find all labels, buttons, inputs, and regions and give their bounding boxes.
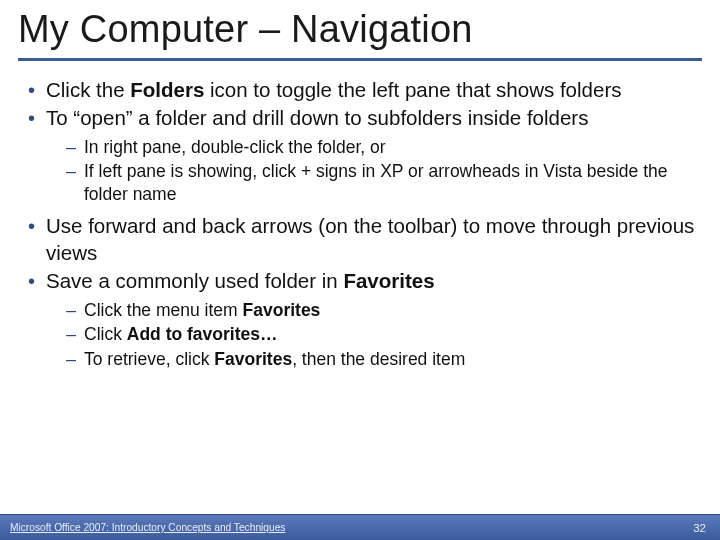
sub-bullet-item: Click the menu item Favorites xyxy=(60,299,698,321)
slide: My Computer – Navigation Click the Folde… xyxy=(0,0,720,540)
bullet-text: Click the xyxy=(46,78,130,101)
sub-bullet-text: To retrieve, click xyxy=(84,349,214,369)
sub-bullet-list: Click the menu item Favorites Click Add … xyxy=(60,299,698,370)
page-number: 32 xyxy=(693,522,706,534)
sub-bullet-text: If left pane is showing, click + signs i… xyxy=(84,161,668,203)
bullet-item: Click the Folders icon to toggle the lef… xyxy=(22,77,698,104)
slide-title: My Computer – Navigation xyxy=(18,8,702,52)
bullet-text: Use forward and back arrows (on the tool… xyxy=(46,214,694,264)
bullet-item: Save a commonly used folder in Favorites… xyxy=(22,268,698,370)
sub-bullet-text: Click the menu item xyxy=(84,300,243,320)
sub-bullet-list: In right pane, double-click the folder, … xyxy=(60,136,698,205)
sub-bullet-bold: Favorites xyxy=(243,300,321,320)
sub-bullet-item: Click Add to favorites… xyxy=(60,323,698,345)
sub-bullet-text: Click xyxy=(84,324,127,344)
sub-bullet-bold: Add to favorites… xyxy=(127,324,278,344)
footer-text: Microsoft Office 2007: Introductory Conc… xyxy=(10,522,285,533)
bullet-list: Click the Folders icon to toggle the lef… xyxy=(22,77,698,371)
title-area: My Computer – Navigation xyxy=(0,0,720,61)
sub-bullet-bold: Favorites xyxy=(214,349,292,369)
footer-bar: Microsoft Office 2007: Introductory Conc… xyxy=(0,514,720,540)
bullet-text: icon to toggle the left pane that shows … xyxy=(204,78,621,101)
bullet-bold: Favorites xyxy=(343,269,434,292)
sub-bullet-item: In right pane, double-click the folder, … xyxy=(60,136,698,158)
bullet-bold: Folders xyxy=(130,78,204,101)
sub-bullet-text: , then the desired item xyxy=(292,349,465,369)
sub-bullet-text: In right pane, double-click the folder, … xyxy=(84,137,386,157)
sub-bullet-item: If left pane is showing, click + signs i… xyxy=(60,160,698,205)
sub-bullet-item: To retrieve, click Favorites, then the d… xyxy=(60,348,698,370)
bullet-item: Use forward and back arrows (on the tool… xyxy=(22,213,698,266)
bullet-item: To “open” a folder and drill down to sub… xyxy=(22,105,698,205)
bullet-text: Save a commonly used folder in xyxy=(46,269,343,292)
content-area: Click the Folders icon to toggle the lef… xyxy=(0,61,720,371)
bullet-text: To “open” a folder and drill down to sub… xyxy=(46,106,588,129)
